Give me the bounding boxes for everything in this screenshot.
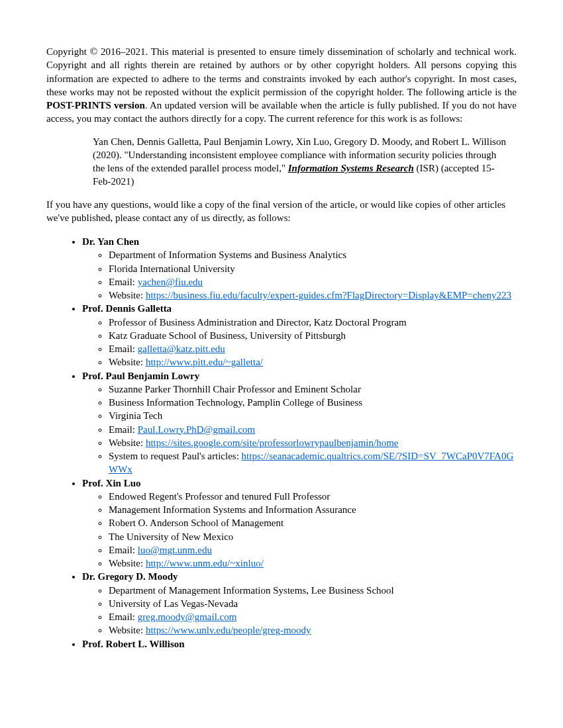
detail-label: Email: [109,545,138,555]
detail-label: Website: [109,558,146,569]
author-detail-item: Website: http://www.pitt.edu/~galletta/ [109,355,517,369]
author-details-list: Professor of Business Administration and… [82,316,517,369]
author-detail-item: Department of Management Information Sys… [109,584,517,597]
detail-text: Business Information Technology, Pamplin… [109,397,362,408]
author-details-list: Endowed Regent's Professor and tenured F… [82,490,517,570]
detail-link[interactable]: http://www.pitt.edu/~galletta/ [146,357,263,367]
author-detail-item: Department of Information Systems and Bu… [109,248,517,261]
detail-link[interactable]: http://www.unm.edu/~xinluo/ [146,558,264,569]
author-name: Prof. Paul Benjamin Lowry [82,371,199,381]
detail-text: Endowed Regent's Professor and tenured F… [109,491,330,502]
detail-text: Robert O. Anderson School of Management [109,518,283,528]
detail-link[interactable]: greg.moody@gmail.com [138,612,237,622]
detail-label: Email: [109,612,138,622]
detail-text: Management Information Systems and Infor… [109,504,356,515]
detail-link[interactable]: https://www.unlv.edu/people/greg-moody [146,625,311,635]
author-entry: Prof. Robert L. Willison [82,637,517,651]
author-entry: Dr. Yan ChenDepartment of Information Sy… [82,235,517,302]
author-details-list: Department of Information Systems and Bu… [82,248,517,302]
detail-link[interactable]: galletta@katz.pitt.edu [138,343,225,354]
author-detail-item: University of Las Vegas-Nevada [109,597,517,610]
copyright-prefix: Copyright © 2016–2021. This material is … [46,46,517,97]
author-detail-item: Email: yachen@fiu.edu [109,275,517,289]
author-detail-item: Management Information Systems and Infor… [109,503,517,516]
author-detail-item: The University of New Mexico [109,530,517,543]
author-detail-item: Email: galletta@katz.pitt.edu [109,342,517,355]
detail-label: Website: [109,357,146,367]
detail-link[interactable]: yachen@fiu.edu [138,277,203,287]
author-entry: Prof. Paul Benjamin LowrySuzanne Parker … [82,369,517,477]
detail-link[interactable]: Paul.Lowry.PhD@gmail.com [138,424,255,435]
author-detail-item: Website: https://www.unlv.edu/people/gre… [109,623,517,637]
author-detail-item: Endowed Regent's Professor and tenured F… [109,490,517,503]
detail-label: Email: [109,277,138,287]
detail-text: Florida International University [109,263,235,274]
detail-text: The University of New Mexico [109,531,233,542]
authors-list: Dr. Yan ChenDepartment of Information Sy… [46,235,517,651]
detail-label: Email: [109,343,138,354]
detail-label: System to request Paul's articles: [109,451,242,461]
author-details-list: Department of Management Information Sys… [82,584,517,637]
author-detail-item: Business Information Technology, Pamplin… [109,396,517,409]
detail-text: Department of Management Information Sys… [109,585,394,596]
author-detail-item: Website: https://sites.google.com/site/p… [109,436,517,449]
author-name: Dr. Yan Chen [82,236,139,247]
author-name: Prof. Dennis Galletta [82,303,172,314]
author-name: Prof. Xin Luo [82,478,140,488]
questions-paragraph: If you have any questions, would like a … [46,198,517,225]
author-detail-item: Email: Paul.Lowry.PhD@gmail.com [109,423,517,436]
detail-label: Website: [109,290,146,300]
author-detail-item: Virginia Tech [109,409,517,422]
detail-label: Website: [109,625,146,635]
author-detail-item: Suzanne Parker Thornhill Chair Professor… [109,383,517,396]
detail-link[interactable]: https://business.fiu.edu/faculty/expert-… [146,290,511,300]
detail-text: Suzanne Parker Thornhill Chair Professor… [109,384,361,394]
post-prints-label: POST-PRINTS version [46,100,145,111]
detail-text: University of Las Vegas-Nevada [109,598,238,609]
detail-link[interactable]: https://sites.google.com/site/professorl… [146,437,399,448]
citation-block: Yan Chen, Dennis Galletta, Paul Benjamin… [93,135,517,189]
author-detail-item: Professor of Business Administration and… [109,316,517,329]
citation-journal: Information Systems Research [288,163,414,173]
detail-label: Email: [109,424,138,435]
author-details-list: Suzanne Parker Thornhill Chair Professor… [82,383,517,477]
detail-text: Department of Information Systems and Bu… [109,250,346,260]
author-detail-item: Robert O. Anderson School of Management [109,516,517,529]
detail-text: Katz Graduate School of Business, Univer… [109,330,346,341]
author-detail-item: Website: http://www.unm.edu/~xinluo/ [109,557,517,570]
detail-text: Professor of Business Administration and… [109,317,407,328]
author-detail-item: Website: https://business.fiu.edu/facult… [109,289,517,302]
detail-text: Virginia Tech [109,410,162,421]
author-detail-item: Florida International University [109,262,517,275]
author-detail-item: Email: luo@mgt.unm.edu [109,543,517,557]
author-name: Dr. Gregory D. Moody [82,571,178,582]
author-entry: Prof. Dennis GallettaProfessor of Busine… [82,302,517,369]
author-detail-item: System to request Paul's articles: https… [109,449,517,477]
copyright-paragraph: Copyright © 2016–2021. This material is … [46,45,517,126]
author-detail-item: Email: greg.moody@gmail.com [109,610,517,623]
author-name: Prof. Robert L. Willison [82,639,185,649]
author-entry: Prof. Xin LuoEndowed Regent's Professor … [82,477,517,570]
detail-link[interactable]: luo@mgt.unm.edu [138,545,212,555]
author-detail-item: Katz Graduate School of Business, Univer… [109,329,517,342]
detail-label: Website: [109,437,146,448]
author-entry: Dr. Gregory D. MoodyDepartment of Manage… [82,570,517,637]
